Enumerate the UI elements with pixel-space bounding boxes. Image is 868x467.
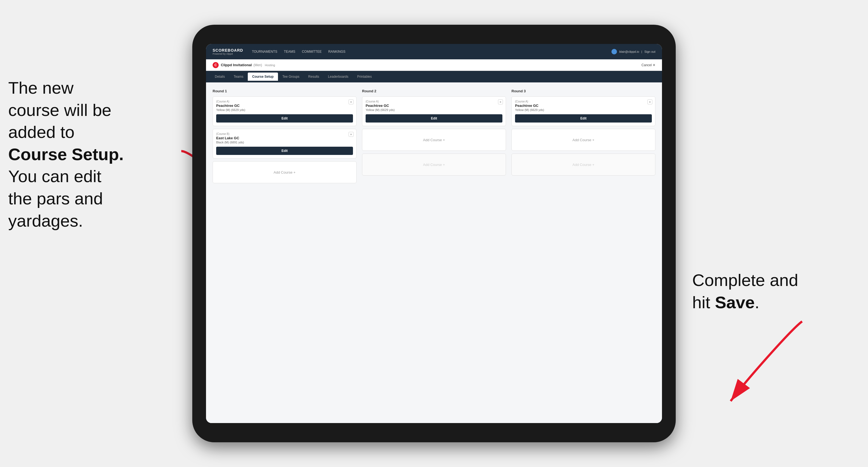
round-3-col: Round 3 × (Course A) Peachtree GC Yellow… (512, 89, 655, 186)
cancel-button[interactable]: Cancel ✕ (641, 63, 655, 67)
brand-sub: Powered by clippd (213, 53, 243, 55)
nav-committee[interactable]: COMMITTEE (302, 49, 322, 55)
tournament-name: Clippd Invitational (221, 63, 252, 67)
nav-teams[interactable]: TEAMS (284, 49, 295, 55)
round-2-col: Round 2 × (Course A) Peachtree GC Yellow… (362, 89, 506, 186)
round1-add-course-card[interactable]: Add Course + (213, 161, 356, 183)
round3-course-a-card: × (Course A) Peachtree GC Yellow (M) (66… (512, 96, 655, 126)
round-2-title: Round 2 (362, 89, 506, 93)
round2-add-course-text-1: Add Course + (423, 138, 445, 142)
round3-course-a-label: (Course A) (515, 100, 652, 103)
tournament-type: (Men) (253, 63, 262, 67)
round1-course-b-name: East Lake GC (216, 136, 353, 140)
annotation-left: The new course will be added to Course S… (8, 77, 179, 232)
tab-results[interactable]: Results (304, 72, 323, 81)
tab-details[interactable]: Details (210, 72, 229, 81)
tab-tee-groups[interactable]: Tee Groups (278, 72, 304, 81)
round3-course-a-edit-button[interactable]: Edit (515, 114, 652, 123)
round3-add-course-card-1[interactable]: Add Course + (512, 129, 655, 151)
hosting-badge: Hosting (265, 63, 275, 67)
nav-links: TOURNAMENTS TEAMS COMMITTEE RANKINGS (252, 49, 612, 55)
round1-course-a-edit-button[interactable]: Edit (216, 114, 353, 123)
round-1-col: Round 1 × (Course A) Peachtree GC Yellow… (213, 89, 356, 186)
round2-add-course-text-2: Add Course + (423, 163, 445, 167)
round1-course-b-edit-button[interactable]: Edit (216, 147, 353, 155)
round3-add-course-text-2: Add Course + (572, 163, 594, 167)
tablet-device: SCOREBOARD Powered by clippd TOURNAMENTS… (192, 25, 676, 442)
round3-course-a-name: Peachtree GC (515, 103, 652, 108)
round1-course-b-detail: Black (M) (6891 yds) (216, 141, 353, 144)
user-email: blair@clippd.io (619, 50, 639, 53)
round2-course-a-delete[interactable]: × (498, 99, 503, 104)
tab-teams[interactable]: Teams (229, 72, 248, 81)
nav-right: blair@clippd.io | Sign out (612, 49, 655, 54)
round3-course-a-delete[interactable]: × (647, 99, 652, 104)
round2-course-a-name: Peachtree GC (366, 103, 502, 108)
tablet-screen: SCOREBOARD Powered by clippd TOURNAMENTS… (206, 44, 662, 423)
sign-out-link[interactable]: Sign out (644, 50, 655, 53)
top-nav: SCOREBOARD Powered by clippd TOURNAMENTS… (206, 44, 662, 59)
round2-course-a-label: (Course A) (366, 100, 502, 103)
avatar (612, 49, 617, 54)
round2-course-a-detail: Yellow (M) (6629 yds) (366, 108, 502, 112)
round1-course-a-detail: Yellow (M) (6629 yds) (216, 108, 353, 112)
sub-header: C Clippd Invitational (Men) Hosting Canc… (206, 59, 662, 71)
nav-tournaments[interactable]: TOURNAMENTS (252, 49, 277, 55)
round-1-title: Round 1 (213, 89, 356, 93)
tab-bar: Details Teams Course Setup Tee Groups Re… (206, 71, 662, 83)
round1-course-a-card: × (Course A) Peachtree GC Yellow (M) (66… (213, 96, 356, 126)
round3-add-course-card-2: Add Course + (512, 154, 655, 176)
round1-course-a-delete[interactable]: × (348, 99, 353, 104)
rounds-grid: Round 1 × (Course A) Peachtree GC Yellow… (213, 89, 655, 186)
brand-name: SCOREBOARD (213, 48, 243, 53)
round-3-title: Round 3 (512, 89, 655, 93)
round2-course-a-card: × (Course A) Peachtree GC Yellow (M) (66… (362, 96, 506, 126)
round1-course-b-delete[interactable]: × (348, 132, 353, 137)
round1-course-a-label: (Course A) (216, 100, 353, 103)
tab-course-setup[interactable]: Course Setup (248, 72, 278, 81)
round1-course-b-card: × (Course B) East Lake GC Black (M) (689… (213, 129, 356, 158)
round2-add-course-card-1[interactable]: Add Course + (362, 129, 506, 151)
main-content: Round 1 × (Course A) Peachtree GC Yellow… (206, 83, 662, 423)
round1-course-a-name: Peachtree GC (216, 103, 353, 108)
logo-area: SCOREBOARD Powered by clippd (213, 48, 243, 55)
nav-rankings[interactable]: RANKINGS (328, 49, 346, 55)
round1-add-course-text: Add Course + (274, 170, 296, 175)
tab-leaderboards[interactable]: Leaderboards (323, 72, 353, 81)
tournament-logo: C (213, 62, 219, 68)
round3-add-course-text-1: Add Course + (572, 138, 594, 142)
annotation-right: Complete and hit Save. (692, 269, 830, 313)
round2-course-a-edit-button[interactable]: Edit (366, 114, 502, 123)
round3-course-a-detail: Yellow (M) (6629 yds) (515, 108, 652, 112)
separator: | (641, 50, 642, 53)
round2-add-course-card-2: Add Course + (362, 154, 506, 176)
round1-course-b-label: (Course B) (216, 132, 353, 135)
arrow-right-icon (714, 313, 813, 412)
tab-printables[interactable]: Printables (353, 72, 376, 81)
